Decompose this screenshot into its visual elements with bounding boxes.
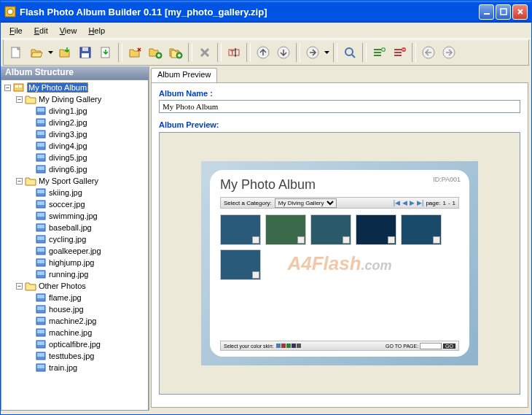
next-dropdown[interactable] bbox=[324, 43, 330, 62]
svg-rect-2 bbox=[484, 13, 490, 15]
svg-rect-67 bbox=[37, 341, 44, 345]
new-button[interactable] bbox=[7, 43, 26, 62]
tree-item[interactable]: skiing.jpg bbox=[3, 187, 146, 198]
rename-button[interactable]: T bbox=[224, 43, 243, 62]
menu-help[interactable]: Help bbox=[82, 25, 111, 36]
tree-gallery[interactable]: −Other Photos bbox=[3, 280, 146, 292]
color-swatch[interactable] bbox=[297, 344, 301, 348]
svg-rect-43 bbox=[37, 190, 44, 193]
album-name-label: Album Name : bbox=[159, 89, 520, 98]
open-dropdown[interactable] bbox=[47, 43, 54, 62]
svg-rect-39 bbox=[37, 155, 44, 158]
tree-item[interactable]: swimming.jpg bbox=[3, 210, 146, 222]
goto-button[interactable]: GO bbox=[443, 344, 455, 349]
add-folder-button[interactable] bbox=[125, 43, 144, 62]
export-button[interactable] bbox=[96, 43, 115, 62]
tree-item[interactable]: testtubes.jpg bbox=[3, 350, 146, 362]
tree-item[interactable]: cycling.jpg bbox=[3, 233, 146, 245]
svg-rect-57 bbox=[37, 271, 44, 275]
svg-rect-61 bbox=[37, 306, 44, 310]
album-name-input[interactable] bbox=[159, 100, 520, 113]
tree-item[interactable]: diving1.jpg bbox=[3, 105, 146, 117]
settings-add-button[interactable] bbox=[369, 43, 388, 62]
delete-button[interactable] bbox=[195, 43, 214, 62]
svg-rect-47 bbox=[37, 213, 44, 217]
tree-item[interactable]: machine.jpg bbox=[3, 327, 146, 338]
tree-item[interactable]: soccer.jpg bbox=[3, 198, 146, 210]
tree-item[interactable]: house.jpg bbox=[3, 303, 146, 315]
open-button[interactable] bbox=[27, 43, 46, 62]
svg-rect-41 bbox=[37, 166, 44, 170]
preview-button[interactable] bbox=[340, 43, 359, 62]
thumbnail[interactable] bbox=[220, 214, 261, 245]
svg-rect-33 bbox=[37, 120, 44, 123]
svg-rect-37 bbox=[37, 143, 44, 147]
back-button[interactable] bbox=[419, 43, 438, 62]
tree-root[interactable]: −My Photo Album bbox=[3, 82, 146, 93]
svg-rect-3 bbox=[501, 9, 506, 15]
skin-label: Select your color skin: bbox=[224, 344, 273, 349]
preview-box: ID:PA001 My Photo Album Select a Categor… bbox=[159, 132, 520, 395]
album-tree[interactable]: −My Photo Album−My Diving Gallerydiving1… bbox=[1, 79, 149, 411]
last-page-icon[interactable]: ▶| bbox=[417, 199, 423, 206]
tree-item[interactable]: diving4.jpg bbox=[3, 140, 146, 152]
close-button[interactable] bbox=[512, 4, 528, 20]
tree-item[interactable]: diving6.jpg bbox=[3, 163, 146, 175]
color-swatch[interactable] bbox=[281, 344, 286, 348]
toolbar: T bbox=[3, 39, 529, 66]
tree-item[interactable]: diving2.jpg bbox=[3, 117, 146, 128]
maximize-button[interactable] bbox=[496, 4, 511, 20]
color-swatch[interactable] bbox=[292, 344, 296, 348]
next-button[interactable] bbox=[303, 43, 322, 62]
add-album-button[interactable] bbox=[166, 43, 185, 62]
forward-button[interactable] bbox=[439, 43, 458, 62]
color-swatch[interactable] bbox=[286, 344, 291, 348]
app-icon bbox=[4, 6, 16, 18]
svg-rect-35 bbox=[37, 131, 44, 135]
svg-rect-22 bbox=[394, 52, 402, 53]
tree-item[interactable]: baseball.jpg bbox=[3, 222, 146, 233]
color-swatch[interactable] bbox=[276, 344, 281, 348]
tree-item[interactable]: diving3.jpg bbox=[3, 128, 146, 140]
up-button[interactable] bbox=[254, 43, 273, 62]
structure-header: Album Structure bbox=[1, 66, 149, 79]
category-select[interactable]: My Diving Gallery bbox=[275, 198, 337, 208]
tab-album-preview[interactable]: Album Preview bbox=[151, 68, 217, 82]
thumbnail[interactable] bbox=[265, 214, 306, 245]
tree-gallery[interactable]: −My Sport Gallery bbox=[3, 175, 146, 187]
tree-item[interactable]: opticalfibre.jpg bbox=[3, 338, 146, 350]
tree-item[interactable]: highjump.jpg bbox=[3, 257, 146, 268]
tree-item[interactable]: machine2.jpg bbox=[3, 315, 146, 327]
import-button[interactable] bbox=[55, 43, 74, 62]
tree-item[interactable]: flame.jpg bbox=[3, 292, 146, 303]
thumbnail[interactable] bbox=[310, 214, 351, 245]
titlebar[interactable]: Flash Photo Album Builder 0.11 [my_photo… bbox=[1, 1, 531, 23]
tree-item[interactable]: train.jpg bbox=[3, 362, 146, 373]
menubar: File Edit View Help bbox=[1, 23, 531, 39]
svg-rect-19 bbox=[374, 55, 381, 56]
tree-item[interactable]: running.jpg bbox=[3, 268, 146, 280]
thumbnail[interactable] bbox=[401, 214, 442, 245]
thumbnail[interactable] bbox=[356, 214, 396, 245]
minimize-button[interactable] bbox=[479, 4, 494, 20]
statusbar bbox=[1, 411, 531, 414]
album-title: My Photo Album bbox=[220, 177, 459, 193]
prev-page-icon[interactable]: ◀ bbox=[402, 199, 407, 206]
page-current: 1 bbox=[442, 200, 445, 206]
thumbnail[interactable] bbox=[220, 249, 261, 280]
tree-item[interactable]: goalkeeper.jpg bbox=[3, 245, 146, 257]
menu-view[interactable]: View bbox=[54, 25, 83, 36]
svg-rect-55 bbox=[37, 260, 44, 263]
first-page-icon[interactable]: |◀ bbox=[394, 199, 400, 206]
settings-remove-button[interactable] bbox=[390, 43, 409, 62]
save-button[interactable] bbox=[76, 43, 95, 62]
menu-file[interactable]: File bbox=[4, 25, 28, 36]
down-button[interactable] bbox=[274, 43, 293, 62]
menu-edit[interactable]: Edit bbox=[28, 25, 54, 36]
next-page-icon[interactable]: ▶ bbox=[410, 199, 415, 206]
tree-item[interactable]: diving5.jpg bbox=[3, 152, 146, 163]
add-gallery-button[interactable] bbox=[146, 43, 165, 62]
tree-gallery[interactable]: −My Diving Gallery bbox=[3, 93, 146, 105]
goto-input[interactable] bbox=[420, 343, 442, 349]
category-label: Select a Category: bbox=[224, 200, 272, 206]
